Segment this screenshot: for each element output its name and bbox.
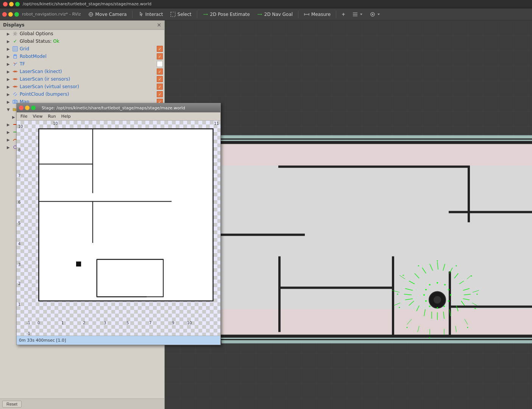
- chevron-down-icon-2: [377, 13, 380, 16]
- tree-item-global-status[interactable]: ▶ ✓ Global Status: Ok: [0, 37, 164, 45]
- axis-y-8: 8: [18, 148, 20, 152]
- displays-close-button[interactable]: ✕: [157, 22, 161, 28]
- robotmodel-label: RobotModel: [20, 54, 157, 59]
- settings-dropdown[interactable]: [349, 10, 366, 19]
- tree-arrow-extra2: ▶: [7, 130, 12, 134]
- svg-marker-68: [210, 141, 532, 166]
- svg-point-31: [15, 64, 16, 65]
- svg-rect-74: [278, 166, 468, 168]
- svg-point-41: [13, 94, 14, 95]
- toolbar-sep-1: [132, 11, 133, 18]
- pose-estimate-button[interactable]: 2D Pose Estimate: [200, 10, 253, 19]
- tree-item-global-options[interactable]: ▶ Global Options: [0, 30, 164, 37]
- tree-arrow-extra1: ▶: [7, 123, 12, 127]
- stage-title-bar: Stage: /opt/ros/kinetic/share/turtlebot_…: [17, 103, 220, 112]
- pointcloud-checkbox[interactable]: [157, 91, 163, 97]
- svg-point-125: [437, 260, 438, 261]
- laserscan-virtual-checkbox[interactable]: [157, 84, 163, 90]
- svg-point-147: [443, 306, 445, 307]
- tree-item-pointcloud[interactable]: ▶ PointCloud (bumpers): [0, 90, 164, 98]
- measure-icon: [304, 11, 310, 17]
- stage-canvas-area: 10 11 10 8 7 6 5 4 3 2 1 -1 0 1 2 3 5 7: [17, 121, 220, 336]
- plus-icon: +: [342, 12, 345, 17]
- svg-point-16: [372, 14, 373, 15]
- displays-title: Displays: [3, 22, 25, 28]
- svg-point-137: [437, 282, 438, 284]
- rviz-window-controls[interactable]: [2, 12, 19, 17]
- stage-close-btn[interactable]: [19, 106, 23, 110]
- svg-point-146: [437, 307, 438, 309]
- move-camera-icon: [88, 11, 94, 17]
- svg-rect-78: [210, 234, 305, 236]
- rviz-max-button[interactable]: [14, 12, 19, 17]
- tree-item-robotmodel[interactable]: ▶ RobotModel: [0, 53, 164, 60]
- add-button[interactable]: +: [339, 10, 348, 19]
- tree-item-laserscan-ir[interactable]: ▶ LaserScan (ir sensors): [0, 75, 164, 83]
- tree-arrow-robotmodel: ▶: [7, 54, 12, 59]
- rviz-close-button[interactable]: [2, 12, 7, 17]
- tree-arrow-global-options: ▶: [7, 32, 12, 36]
- svg-point-142: [450, 294, 451, 296]
- laserscan-ir-checkbox[interactable]: [157, 76, 163, 82]
- tree-arrow-laserscan-virtual: ▶: [7, 85, 12, 89]
- measure-button[interactable]: Measure: [301, 10, 334, 19]
- grid-checkbox[interactable]: [157, 46, 163, 52]
- stage-max-btn[interactable]: [31, 106, 36, 110]
- svg-point-26: [14, 55, 15, 56]
- left-panel: Displays ✕ ▶ Global Options ▶ ✓ Global S…: [0, 20, 165, 409]
- select-button[interactable]: Select: [167, 10, 195, 19]
- laserscan-kinect-checkbox[interactable]: [157, 68, 163, 75]
- reset-bar: Reset: [0, 398, 164, 409]
- stage-run-menu[interactable]: Run: [46, 113, 58, 120]
- stage-status-bar: 0m 33s 400msec [1.0]: [17, 336, 220, 345]
- tree-item-tf[interactable]: ▶ TF: [0, 60, 164, 68]
- tree-item-laserscan-virtual[interactable]: ▶ LaserScan (virtual sensor): [0, 83, 164, 90]
- axis-y-3: 3: [18, 263, 20, 267]
- pose-estimate-label: 2D Pose Estimate: [210, 12, 250, 17]
- svg-rect-53: [39, 129, 213, 301]
- svg-point-43: [16, 94, 17, 95]
- svg-point-135: [429, 337, 431, 338]
- main-layout: Displays ✕ ▶ Global Options ▶ ✓ Global S…: [0, 20, 532, 409]
- laserscan-ir-icon: [12, 76, 18, 82]
- nav-goal-label: 2D Nav Goal: [264, 12, 293, 17]
- stage-view-menu[interactable]: View: [30, 113, 45, 120]
- stage-title-text: Stage: /opt/ros/kinetic/share/turtlebot_…: [42, 106, 185, 110]
- interact-button[interactable]: Interact: [135, 10, 166, 19]
- tree-item-laserscan-kinect[interactable]: ▶ LaserScan (kinect): [0, 68, 164, 75]
- gear-icon: [12, 31, 18, 37]
- tree-item-grid[interactable]: ▶ Grid: [0, 45, 164, 53]
- laserscan-virtual-icon: [12, 84, 18, 90]
- nav-goal-icon: [257, 11, 263, 17]
- pose-estimate-icon: [203, 11, 209, 17]
- svg-rect-3: [171, 12, 175, 17]
- tree-arrow-laserscan-kinect: ▶: [7, 70, 12, 74]
- tree-arrow-laserscan-ir: ▶: [7, 77, 12, 81]
- nav-goal-button[interactable]: 2D Nav Goal: [254, 10, 296, 19]
- stage-file-menu[interactable]: File: [18, 113, 30, 120]
- robotmodel-checkbox[interactable]: [157, 53, 163, 59]
- reset-button[interactable]: Reset: [2, 401, 22, 407]
- stage-window: Stage: /opt/ros/kinetic/share/turtlebot_…: [16, 103, 221, 345]
- stage-min-btn[interactable]: [25, 106, 30, 110]
- close-button[interactable]: [3, 2, 8, 6]
- svg-point-144: [448, 300, 449, 302]
- window-controls[interactable]: [3, 2, 20, 6]
- svg-rect-47: [13, 100, 14, 103]
- stage-window-controls[interactable]: [19, 106, 36, 110]
- stage-menu-bar: File View Run Help: [17, 112, 220, 121]
- minimize-button[interactable]: [9, 2, 14, 6]
- rviz-min-button[interactable]: [8, 12, 13, 17]
- svg-point-138: [444, 284, 446, 286]
- rviz-toolbar: robot_navigation.rviz* - RViz Move Camer…: [0, 8, 532, 20]
- maximize-button[interactable]: [15, 2, 20, 6]
- svg-point-136: [429, 284, 431, 286]
- svg-point-128: [471, 275, 472, 277]
- svg-rect-48: [14, 100, 16, 103]
- move-camera-button[interactable]: Move Camera: [85, 10, 130, 19]
- interact-label: Interact: [145, 12, 163, 17]
- camera-type-dropdown[interactable]: [367, 10, 383, 19]
- svg-rect-80: [392, 257, 394, 336]
- stage-help-menu[interactable]: Help: [59, 113, 73, 120]
- tf-checkbox[interactable]: [157, 61, 163, 67]
